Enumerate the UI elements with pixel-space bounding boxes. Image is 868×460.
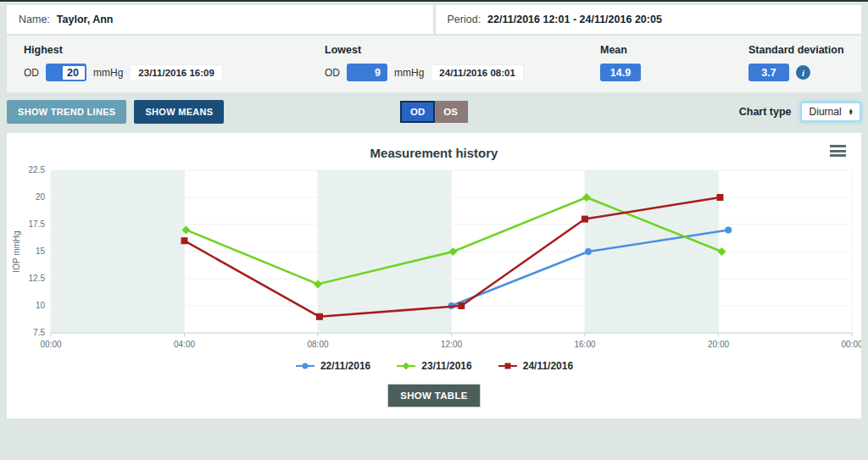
chart-type-value: Diurnal xyxy=(810,106,842,118)
stddev-value-box: 3.7 xyxy=(748,64,789,81)
svg-text:7.5: 7.5 xyxy=(33,328,45,337)
legend-label: 22/11/2016 xyxy=(320,360,370,372)
chart-toolbar: SHOW TREND LINES SHOW MEANS OD OS Chart … xyxy=(7,99,861,125)
legend-square-icon xyxy=(498,361,518,371)
show-table-button[interactable]: SHOW TABLE xyxy=(387,384,480,407)
svg-text:10: 10 xyxy=(36,301,46,310)
highest-value: 20 xyxy=(63,66,85,80)
svg-text:00:00: 00:00 xyxy=(40,340,61,349)
chart-title: Measurement history xyxy=(370,146,498,160)
chart-type-label: Chart type xyxy=(739,106,792,118)
stat-stddev: Standard deviation 3.7 i xyxy=(748,44,844,81)
lowest-timestamp: 24/11/2016 08:01 xyxy=(431,64,524,81)
period-value: 22/11/2016 12:01 - 24/11/2016 20:05 xyxy=(487,14,662,25)
svg-text:00:00: 00:00 xyxy=(841,340,861,349)
patient-header-row: Name: Taylor, Ann Period: 22/11/2016 12:… xyxy=(7,5,861,34)
show-trend-lines-button[interactable]: SHOW TREND LINES xyxy=(7,100,126,124)
lowest-value-box[interactable]: 9 xyxy=(347,64,387,81)
measurement-chart[interactable]: 7.51012.51517.52022.500:0004:0008:0012:0… xyxy=(7,163,861,355)
stddev-label: Standard deviation xyxy=(748,44,844,56)
svg-text:12.5: 12.5 xyxy=(29,274,46,283)
lowest-value: 9 xyxy=(375,67,387,79)
show-means-button[interactable]: SHOW MEANS xyxy=(134,100,224,124)
svg-text:IOP mmHg: IOP mmHg xyxy=(12,230,21,272)
chart-type-control: Chart type Diurnal ▲▼ xyxy=(739,102,861,122)
highest-unit: mmHg xyxy=(93,67,123,79)
stat-mean: Mean 14.9 xyxy=(600,44,748,81)
legend-item[interactable]: 22/11/2016 xyxy=(295,360,370,372)
chart-header: Measurement history xyxy=(7,141,861,163)
stddev-value: 3.7 xyxy=(761,67,776,79)
stats-row: Highest OD 20 mmHg 23/11/2016 16:09 Lowe… xyxy=(7,36,861,92)
lowest-eye-label: OD xyxy=(325,67,340,79)
highest-value-box[interactable]: 20 xyxy=(46,64,86,81)
svg-text:17.5: 17.5 xyxy=(29,219,46,229)
eye-toggle: OD OS xyxy=(400,101,468,123)
lowest-label: Lowest xyxy=(325,44,600,56)
od-toggle-button[interactable]: OD xyxy=(400,101,435,123)
os-toggle-button[interactable]: OS xyxy=(435,101,468,123)
period-cell: Period: 22/11/2016 12:01 - 24/11/2016 20… xyxy=(436,5,862,34)
svg-text:12:00: 12:00 xyxy=(441,340,462,349)
highest-label: Highest xyxy=(24,44,325,56)
svg-text:04:00: 04:00 xyxy=(174,340,195,349)
select-arrows-icon: ▲▼ xyxy=(849,108,854,116)
highest-timestamp: 23/11/2016 16:09 xyxy=(130,64,223,81)
legend-label: 23/11/2016 xyxy=(421,360,471,372)
patient-name-cell: Name: Taylor, Ann xyxy=(7,5,433,34)
table-button-row: SHOW TABLE xyxy=(7,384,861,407)
period-label: Period: xyxy=(448,14,481,25)
mean-value-box: 14.9 xyxy=(600,64,641,81)
legend-item[interactable]: 23/11/2016 xyxy=(396,360,471,372)
svg-text:08:00: 08:00 xyxy=(307,340,328,349)
measurement-history-panel: Measurement history 7.51012.51517.52022.… xyxy=(7,133,861,418)
stat-lowest: Lowest OD 9 mmHg 24/11/2016 08:01 xyxy=(325,44,600,81)
info-icon[interactable]: i xyxy=(796,65,810,80)
hamburger-menu-icon[interactable] xyxy=(830,145,846,159)
mean-value: 14.9 xyxy=(610,67,631,79)
svg-text:22.5: 22.5 xyxy=(29,165,46,175)
lowest-unit: mmHg xyxy=(394,67,424,79)
name-label: Name: xyxy=(19,14,50,25)
chart-type-select[interactable]: Diurnal ▲▼ xyxy=(800,102,861,122)
legend-item[interactable]: 24/11/2016 xyxy=(498,360,573,372)
stat-highest: Highest OD 20 mmHg 23/11/2016 16:09 xyxy=(24,44,325,81)
legend-label: 24/11/2016 xyxy=(523,360,573,372)
svg-text:15: 15 xyxy=(36,247,46,256)
chart-legend: 22/11/201623/11/201624/11/2016 xyxy=(7,360,861,372)
svg-text:20:00: 20:00 xyxy=(708,340,729,349)
name-value: Taylor, Ann xyxy=(57,14,114,25)
mean-label: Mean xyxy=(600,44,748,56)
svg-text:16:00: 16:00 xyxy=(574,340,595,349)
svg-text:20: 20 xyxy=(36,192,46,202)
legend-diamond-icon xyxy=(396,361,416,371)
legend-circle-icon xyxy=(295,361,315,371)
highest-eye-label: OD xyxy=(24,67,39,79)
